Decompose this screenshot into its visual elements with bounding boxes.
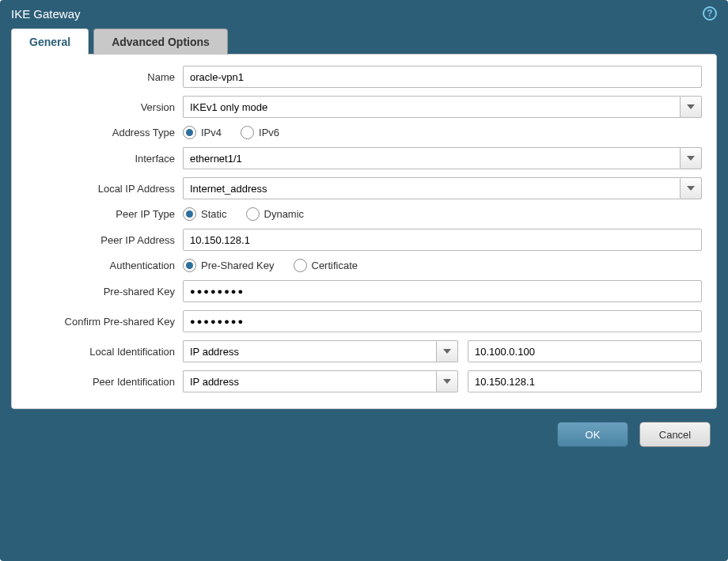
interface-value[interactable] xyxy=(183,147,680,169)
radio-dynamic[interactable]: Dynamic xyxy=(246,207,305,221)
content-area: General Advanced Options Name Version xyxy=(0,28,728,409)
help-icon[interactable]: ? xyxy=(703,6,717,21)
label-local-id: Local Identification xyxy=(26,346,183,358)
ike-gateway-dialog: IKE Gateway ? General Advanced Options N… xyxy=(0,0,728,561)
dialog-footer: OK Cancel xyxy=(0,409,728,561)
authentication-group: Pre-Shared Key Certificate xyxy=(183,259,702,272)
label-peer-ip-address: Peer IP Address xyxy=(26,234,183,246)
local-id-value-input[interactable] xyxy=(468,340,702,362)
label-confirm-psk: Confirm Pre-shared Key xyxy=(26,316,183,328)
tab-general[interactable]: General xyxy=(11,28,89,55)
radio-icon xyxy=(246,207,260,221)
cancel-button[interactable]: Cancel xyxy=(639,422,711,447)
label-version: Version xyxy=(26,101,183,113)
psk-input[interactable] xyxy=(183,280,702,302)
label-name: Name xyxy=(26,71,183,83)
radio-ipv6[interactable]: IPv6 xyxy=(241,126,279,139)
local-id-type-value[interactable] xyxy=(183,340,436,362)
local-id-type-select[interactable] xyxy=(183,340,458,362)
chevron-down-icon[interactable] xyxy=(680,147,702,169)
peer-id-type-value[interactable] xyxy=(183,370,436,392)
label-local-ip: Local IP Address xyxy=(26,183,183,195)
radio-icon xyxy=(183,259,196,272)
peer-id-value-input[interactable] xyxy=(468,370,702,392)
general-panel: Name Version Address Type xyxy=(11,54,717,409)
version-value[interactable] xyxy=(183,96,680,118)
radio-static[interactable]: Static xyxy=(183,207,227,221)
peer-ip-type-group: Static Dynamic xyxy=(183,207,702,221)
confirm-psk-input[interactable] xyxy=(183,310,702,332)
label-interface: Interface xyxy=(26,153,183,165)
label-address-type: Address Type xyxy=(26,127,183,138)
chevron-down-icon[interactable] xyxy=(680,96,702,118)
address-type-group: IPv4 IPv6 xyxy=(183,126,702,139)
label-psk: Pre-shared Key xyxy=(26,286,183,298)
name-input[interactable] xyxy=(183,66,702,88)
ok-button[interactable]: OK xyxy=(557,422,628,447)
radio-icon xyxy=(294,259,307,272)
tab-advanced-options[interactable]: Advanced Options xyxy=(93,28,228,55)
label-peer-id: Peer Identification xyxy=(26,376,183,388)
label-peer-ip-type: Peer IP Type xyxy=(26,208,183,220)
radio-icon xyxy=(241,126,254,139)
tabstrip: General Advanced Options xyxy=(11,28,717,55)
chevron-down-icon[interactable] xyxy=(436,370,458,392)
radio-label-certificate: Certificate xyxy=(312,260,358,271)
peer-ip-address-input[interactable] xyxy=(183,229,702,251)
chevron-down-icon[interactable] xyxy=(436,340,458,362)
local-ip-select[interactable] xyxy=(183,177,702,199)
radio-label-ipv6: IPv6 xyxy=(259,127,279,138)
label-authentication: Authentication xyxy=(26,260,183,271)
radio-icon xyxy=(183,207,196,221)
radio-label-psk: Pre-Shared Key xyxy=(201,260,275,271)
local-ip-value[interactable] xyxy=(183,177,680,199)
version-select[interactable] xyxy=(183,96,702,118)
chevron-down-icon[interactable] xyxy=(680,177,702,199)
interface-select[interactable] xyxy=(183,147,702,169)
dialog-title: IKE Gateway xyxy=(11,7,81,21)
radio-label-static: Static xyxy=(201,208,227,220)
radio-label-dynamic: Dynamic xyxy=(264,208,305,220)
radio-label-ipv4: IPv4 xyxy=(201,127,222,138)
titlebar: IKE Gateway ? xyxy=(0,0,728,28)
peer-id-type-select[interactable] xyxy=(183,370,458,392)
radio-psk[interactable]: Pre-Shared Key xyxy=(183,259,275,272)
radio-certificate[interactable]: Certificate xyxy=(294,259,358,272)
radio-icon xyxy=(183,126,196,139)
radio-ipv4[interactable]: IPv4 xyxy=(183,126,222,139)
